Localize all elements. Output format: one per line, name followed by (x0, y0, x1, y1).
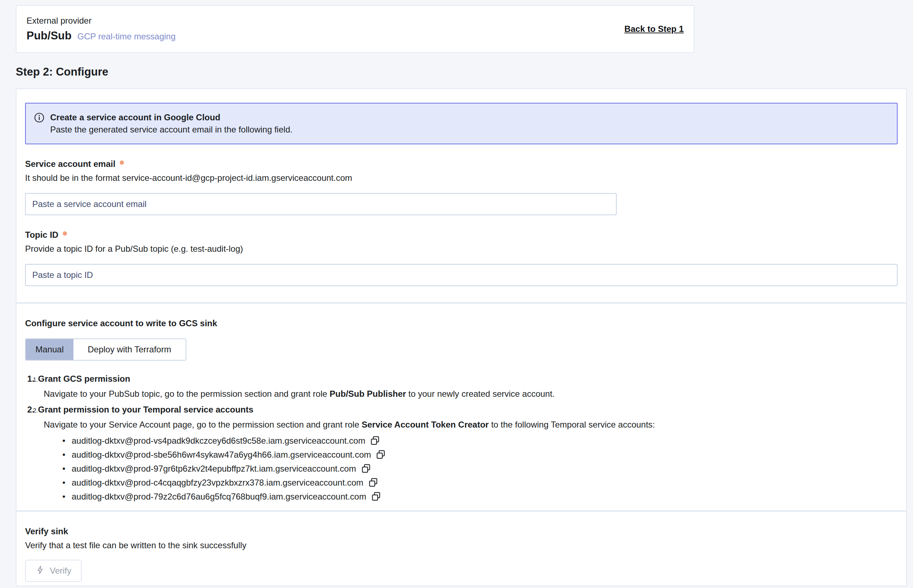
required-indicator (63, 231, 67, 236)
verify-sink-heading: Verify sink (25, 527, 898, 536)
lightning-icon (36, 565, 45, 577)
required-indicator (120, 160, 124, 165)
info-banner: Create a service account in Google Cloud… (25, 103, 898, 144)
step-body-role: Service Account Token Creator (361, 420, 489, 430)
info-banner-title: Create a service account in Google Cloud (50, 111, 292, 124)
info-banner-text: Create a service account in Google Cloud… (50, 111, 292, 136)
info-icon (34, 112, 45, 123)
step-title-text: Grant permission to your Temporal servic… (38, 403, 253, 417)
verify-sink-description: Verify that a test file can be written t… (25, 540, 898, 551)
page-title: Step 2: Configure (16, 66, 108, 78)
step-number: 1. (27, 372, 34, 386)
step-title-text: Grant GCS permission (38, 372, 130, 386)
step-grant-gcs-permission: 1. Grant GCS permission Navigate to your… (39, 372, 898, 401)
configure-form-card: Create a service account in Google Cloud… (16, 89, 907, 586)
provider-title-line: Pub/Sub GCP real-time messaging (26, 29, 176, 42)
step-title: 2. Grant permission to your Temporal ser… (39, 403, 898, 417)
service-account-list: • auditlog-dktxv@prod-vs4padk9dkczcey6d6… (62, 434, 898, 504)
step-body-prefix: Navigate to your PubSub topic, go to the… (44, 389, 330, 399)
step-title: 1. Grant GCS permission (39, 372, 898, 386)
sink-section-heading: Configure service account to write to GC… (25, 318, 898, 328)
service-account-item: • auditlog-dktxv@prod-sbe56h6wr4sykaw47a… (62, 447, 898, 462)
service-account-email: auditlog-dktxv@prod-vs4padk9dkczcey6d6st… (72, 434, 365, 447)
copy-icon (361, 464, 371, 474)
service-account-email: auditlog-dktxv@prod-79z2c6d76au6g5fcq768… (72, 489, 366, 504)
copy-button[interactable] (361, 464, 371, 474)
topic-id-label: Topic ID (25, 230, 898, 240)
provider-eyebrow: External provider (26, 16, 176, 26)
step-body-suffix: to your newly created service account. (406, 389, 555, 399)
bullet: • (62, 462, 72, 476)
bullet: • (62, 489, 72, 504)
verify-button-row: Verify (25, 551, 898, 582)
service-account-email-input[interactable] (25, 193, 617, 215)
sink-config-tabs: Manual Deploy with Terraform (25, 338, 186, 360)
provider-header-card: External provider Pub/Sub GCP real-time … (16, 5, 694, 53)
copy-button[interactable] (368, 477, 378, 488)
service-account-email: auditlog-dktxv@prod-97gr6tp6zkv2t4epubff… (72, 462, 356, 476)
topic-id-input[interactable] (25, 264, 898, 286)
bullet: • (62, 434, 72, 447)
copy-button[interactable] (376, 449, 385, 460)
service-account-item: • auditlog-dktxv@prod-vs4padk9dkczcey6d6… (62, 434, 898, 447)
service-account-email: auditlog-dktxv@prod-sbe56h6wr4sykaw47a6y… (72, 447, 371, 462)
copy-icon (370, 435, 380, 446)
tab-manual[interactable]: Manual (26, 339, 73, 360)
provider-info: External provider Pub/Sub GCP real-time … (26, 16, 176, 42)
copy-button[interactable] (371, 491, 381, 502)
section-divider (16, 303, 906, 303)
verify-button[interactable]: Verify (25, 560, 82, 582)
step-body: Navigate to your PubSub topic, go to the… (44, 387, 898, 401)
step-body-prefix: Navigate to your Service Account page, g… (44, 420, 361, 430)
back-to-step1-link[interactable]: Back to Step 1 (625, 24, 684, 34)
topic-id-label-text: Topic ID (25, 230, 58, 240)
bullet: • (62, 447, 72, 462)
bullet: • (62, 476, 72, 489)
service-account-email-label: Service account email (25, 159, 898, 169)
service-account-email-label-text: Service account email (25, 159, 115, 169)
tab-deploy-with-terraform[interactable]: Deploy with Terraform (73, 339, 186, 360)
provider-subtitle: GCP real-time messaging (78, 32, 176, 42)
step-body-suffix: to the following Temporal service accoun… (489, 420, 655, 430)
topic-id-description: Provide a topic ID for a Pub/Sub topic (… (25, 244, 898, 254)
provider-name: Pub/Sub (26, 29, 72, 42)
step-grant-temporal-permission: 2. Grant permission to your Temporal ser… (39, 403, 898, 504)
service-account-item: • auditlog-dktxv@prod-97gr6tp6zkv2t4epub… (62, 462, 898, 476)
copy-icon (368, 477, 378, 488)
step-number: 2. (27, 403, 34, 417)
copy-button[interactable] (370, 435, 380, 446)
info-banner-body: Paste the generated service account emai… (50, 124, 292, 136)
service-account-email-description: It should be in the format service-accou… (25, 173, 898, 183)
verify-button-label: Verify (50, 566, 71, 576)
step-body-role: Pub/Sub Publisher (330, 389, 406, 399)
service-account-email: auditlog-dktxv@prod-c4cqaqgbfzy23vpzkbxz… (72, 476, 363, 489)
section-divider (16, 510, 906, 511)
step-body: Navigate to your Service Account page, g… (44, 418, 898, 431)
service-account-item: • auditlog-dktxv@prod-79z2c6d76au6g5fcq7… (62, 489, 898, 504)
service-account-item: • auditlog-dktxv@prod-c4cqaqgbfzy23vpzkb… (62, 476, 898, 489)
copy-icon (371, 491, 381, 502)
create-button-row: Create (25, 582, 898, 588)
sink-steps-list: 1. Grant GCS permission Navigate to your… (25, 372, 898, 504)
copy-icon (376, 449, 385, 460)
